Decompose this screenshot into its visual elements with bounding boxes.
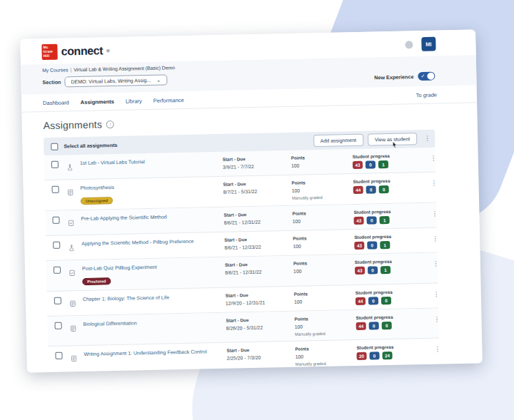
to-grade-link[interactable]: To grade [416, 92, 437, 99]
start-due-value: 8/26/20 - 5/31/22 [226, 324, 295, 330]
row-menu-button[interactable]: ⋮ [434, 346, 440, 352]
progress-badge-blue: 0 [367, 241, 377, 249]
row-checkbox[interactable] [51, 186, 59, 193]
start-due-value: 8/6/21 - 12/23/22 [224, 244, 293, 250]
progress-badge-green: 0 [382, 322, 392, 329]
points-value: 100 [293, 217, 354, 224]
points-value: 100 [294, 298, 356, 304]
points-note: Manually graded [296, 361, 357, 367]
progress-badge-blue: 0 [368, 297, 378, 304]
assignment-title-link[interactable]: Chapter 1: Biology: The Science of Life [83, 293, 217, 304]
points-cell: Points 100 [291, 154, 353, 168]
assignment-type-icon [67, 185, 80, 198]
progress-badge-blue: 0 [366, 216, 376, 224]
points-header: Points [293, 260, 355, 266]
start-due-cell: Start - Due 8/6/21 - 12/31/22 [223, 211, 292, 225]
row-checkbox[interactable] [51, 161, 59, 168]
tab-performance[interactable]: Performance [153, 97, 184, 104]
assignment-title-link[interactable]: 1st Lab - Virtual Labs Tutorial [80, 157, 214, 168]
mouse-cursor-icon [393, 142, 398, 148]
row-menu-button[interactable]: ⋮ [433, 260, 439, 267]
help-icon[interactable] [405, 41, 413, 48]
nav-tabs: Dashboard Assignments Library Performanc… [43, 97, 184, 106]
page-title: Assignments [44, 118, 103, 131]
toolbar-menu-button[interactable]: ⋮ [424, 135, 430, 142]
mcgraw-hill-logo-icon: Mc Graw Hill [41, 44, 57, 60]
start-due-header: Start - Due [223, 180, 291, 187]
points-note: Manually graded [295, 331, 356, 337]
toggle-knob [427, 73, 434, 80]
points-header: Points [295, 345, 356, 352]
breadcrumb-separator: | [70, 67, 71, 72]
select-all-checkbox[interactable] [51, 143, 58, 150]
start-due-header: Start - Due [225, 261, 293, 267]
student-progress-cell: Student progress 4400 [353, 178, 428, 194]
points-cell: Points 100 Manually graded [295, 345, 357, 367]
progress-badge-green: 0 [379, 185, 389, 193]
user-avatar[interactable]: MI [421, 37, 435, 51]
assignment-title-cell: Pre-Lab Applying the Scientific Method [81, 212, 223, 223]
assignments-content: Select all assignments Add assignment Vi… [44, 130, 440, 373]
progress-badge-green: 1 [380, 241, 390, 249]
add-assignment-button[interactable]: Add assignment [313, 134, 364, 147]
progress-badges: 4301 [354, 240, 430, 250]
row-checkbox[interactable] [55, 352, 62, 359]
tab-dashboard[interactable]: Dashboard [43, 99, 69, 106]
new-experience-label: New Experience [374, 73, 413, 81]
assignment-type-icon [69, 266, 82, 279]
row-checkbox[interactable] [54, 266, 61, 273]
progress-badge-blue: 0 [369, 352, 379, 359]
start-due-value: 8/6/21 - 12/31/22 [224, 219, 293, 225]
assignment-title-link[interactable]: Biological Differentiation [83, 318, 217, 329]
row-menu-button[interactable]: ⋮ [433, 316, 440, 322]
start-due-cell: Start - Due 3/9/21 - 7/7/22 [223, 155, 291, 170]
assignment-title-link[interactable]: Writing Assignment 1: Understanding Feed… [84, 348, 218, 359]
row-checkbox[interactable] [54, 297, 61, 304]
student-progress-cell: Student progress 4301 [353, 153, 428, 169]
section-dropdown[interactable]: DEMO: Virtual Labs, Writing Assig... ⌄ [64, 74, 167, 87]
start-due-header: Start - Due [226, 346, 295, 352]
assignment-title-cell: Post-Lab Quiz Pillbug Experiment Proctor… [82, 262, 226, 286]
start-due-cell: Start - Due 8/26/20 - 5/31/22 [226, 316, 294, 330]
select-all-label: Select all assignments [64, 143, 117, 149]
new-experience-toggle[interactable]: ✓ [418, 72, 435, 81]
assignment-title-link[interactable]: Photosynthesis [80, 182, 214, 193]
info-icon[interactable]: i [106, 120, 114, 128]
tab-assignments[interactable]: Assignments [81, 98, 114, 106]
assignment-type-icon [71, 352, 84, 364]
progress-badge-red: 44 [356, 297, 366, 304]
progress-badge-green: 1 [378, 160, 388, 168]
start-due-value: 2/25/20 - 7/3/20 [227, 354, 296, 360]
student-progress-cell: Student progress 4301 [354, 233, 430, 250]
tab-library[interactable]: Library [126, 98, 142, 104]
progress-badges: 4301 [353, 160, 428, 169]
section-dropdown-value: DEMO: Virtual Labs, Writing Assig... [71, 78, 151, 84]
assignments-table: 1st Lab - Virtual Labs Tutorial Start - … [44, 148, 440, 373]
assignment-type-icon [70, 322, 83, 334]
assignment-type-icon [68, 216, 81, 229]
assignment-title-link[interactable]: Applying the Scientific Method - Pillbug… [81, 237, 216, 248]
row-menu-button[interactable]: ⋮ [430, 155, 437, 162]
row-checkbox[interactable] [54, 322, 61, 329]
start-due-header: Start - Due [226, 291, 294, 297]
progress-badge-red: 44 [356, 322, 366, 329]
new-experience-control: New Experience ✓ [374, 72, 435, 82]
progress-badge-blue: 0 [369, 322, 379, 329]
assignment-title-cell: Applying the Scientific Method - Pillbug… [81, 237, 224, 248]
student-progress-header: Student progress [356, 288, 431, 294]
row-menu-button[interactable]: ⋮ [432, 235, 438, 242]
row-checkbox[interactable] [52, 216, 59, 223]
start-due-header: Start - Due [226, 316, 294, 322]
assignment-title-link[interactable]: Pre-Lab Applying the Scientific Method [81, 212, 215, 223]
row-menu-button[interactable]: ⋮ [433, 291, 440, 297]
start-due-value: 8/7/21 - 5/31/22 [223, 188, 292, 195]
start-due-cell: Start - Due 8/6/21 - 12/23/22 [224, 236, 293, 250]
assignment-title-link[interactable]: Post-Lab Quiz Pillbug Experiment [82, 262, 216, 273]
row-checkbox[interactable] [53, 241, 60, 248]
view-as-student-button[interactable]: View as student [368, 133, 418, 145]
breadcrumb-my-courses-link[interactable]: My Courses [42, 67, 68, 73]
row-menu-button[interactable]: ⋮ [431, 210, 438, 217]
progress-badge-blue: 0 [366, 160, 376, 168]
row-menu-button[interactable]: ⋮ [430, 180, 437, 187]
points-header: Points [294, 290, 356, 297]
